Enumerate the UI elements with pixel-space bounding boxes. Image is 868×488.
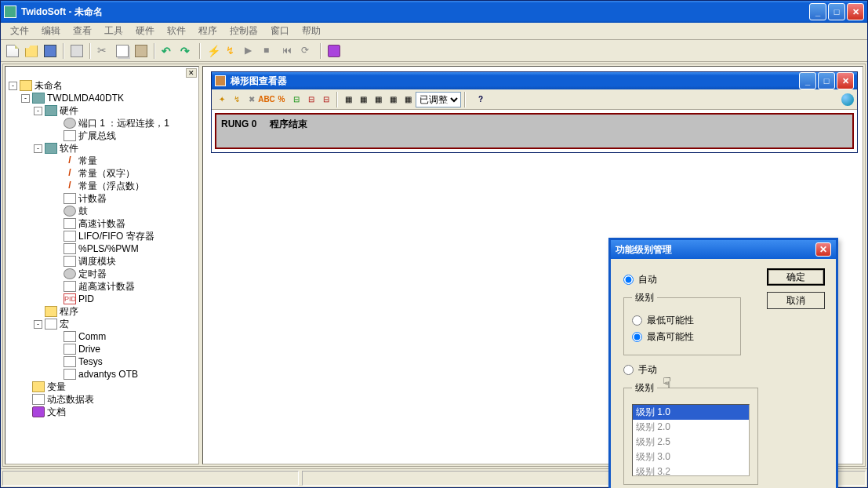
ladder-tool-icon[interactable]: ▦ [371, 93, 385, 107]
menu-edit[interactable]: 编辑 [35, 23, 67, 39]
expander-icon[interactable]: - [21, 94, 30, 103]
tree-sw-item[interactable]: PIDPID [9, 293, 195, 305]
tree-sw-item[interactable]: /常量 [9, 155, 195, 167]
tree-software[interactable]: -软件 [9, 142, 195, 155]
menu-software[interactable]: 软件 [161, 23, 192, 39]
menu-controller[interactable]: 控制器 [223, 23, 264, 39]
ladder-tool-icon[interactable]: ↯ [230, 93, 244, 107]
macro-item-icon [64, 356, 76, 367]
tree-sw-item[interactable]: 超高速计数器 [9, 280, 195, 293]
list-item[interactable]: 级别 1.0 [633, 405, 749, 420]
menu-hardware[interactable]: 硬件 [129, 23, 161, 39]
cancel-button[interactable]: 取消 [767, 292, 825, 309]
macro-icon [45, 319, 57, 330]
redo-icon[interactable]: ↷ [178, 42, 195, 60]
radio-min-input[interactable] [632, 315, 642, 326]
radio-manual[interactable]: 手动 [623, 363, 826, 377]
help-book-icon[interactable] [325, 42, 343, 60]
open-icon[interactable] [23, 42, 40, 60]
connect-icon[interactable]: ⚡ [205, 42, 222, 60]
menu-view[interactable]: 查看 [67, 23, 98, 39]
tree-sw-item[interactable]: 定时器 [9, 268, 195, 280]
close-button[interactable]: ✕ [847, 3, 864, 20]
inner-close-button[interactable]: ✕ [837, 72, 854, 89]
ladder-tool-icon[interactable]: ▦ [341, 93, 355, 107]
list-item[interactable]: 级别 2.0 [633, 420, 749, 435]
menu-file[interactable]: 文件 [4, 23, 35, 39]
ladder-tool-icon[interactable]: ▦ [356, 93, 370, 107]
run-icon[interactable]: ▶ [242, 42, 260, 60]
paste-icon[interactable] [133, 42, 150, 60]
rewind-icon[interactable]: ⏮ [280, 42, 297, 60]
ladder-tool-icon[interactable]: ▦ [401, 93, 415, 107]
ladder-tool-icon[interactable]: ✖ [245, 93, 259, 107]
new-icon[interactable] [4, 42, 21, 60]
ladder-tool-icon[interactable]: ⊟ [319, 93, 333, 107]
tree-sw-item[interactable]: /常量（浮点数） [9, 180, 195, 192]
menu-program[interactable]: 程序 [192, 23, 223, 39]
tree-macro[interactable]: -宏 [9, 318, 195, 330]
radio-manual-input[interactable] [623, 365, 634, 375]
tree-vars[interactable]: 变量 [9, 381, 195, 393]
save-icon[interactable] [42, 42, 59, 60]
undo-icon[interactable]: ↶ [159, 42, 176, 60]
ladder-help-icon[interactable]: ? [474, 93, 488, 107]
expander-icon[interactable]: - [9, 82, 17, 90]
tree-hw-item[interactable]: 端口 1 ：远程连接，1 [9, 117, 195, 129]
tree-sw-item[interactable]: 计数器 [9, 192, 195, 205]
tree-hardware[interactable]: -硬件 [9, 104, 195, 117]
ladder-tool-icon[interactable]: ⊟ [289, 93, 303, 107]
list-item[interactable]: 级别 2.5 [633, 435, 749, 450]
minimize-button[interactable]: _ [809, 3, 826, 20]
radio-max-input[interactable] [632, 332, 642, 342]
menu-help[interactable]: 帮助 [296, 23, 327, 39]
ladder-tool-icon[interactable]: ▦ [386, 93, 400, 107]
tree-dyndata[interactable]: 动态数据表 [9, 393, 195, 406]
cycle-icon[interactable]: ⟳ [299, 42, 316, 60]
expander-icon[interactable]: - [34, 144, 42, 153]
tree-sw-item[interactable]: /常量（双字） [9, 167, 195, 180]
tree-macro-item[interactable]: Comm [9, 330, 195, 343]
ladder-tool-icon[interactable]: % [274, 93, 289, 107]
dialog-close-button[interactable]: ✕ [815, 242, 831, 257]
tree-docs[interactable]: 文档 [9, 406, 195, 418]
tree-device[interactable]: -TWDLMDA40DTK [9, 92, 195, 104]
menu-tools[interactable]: 工具 [98, 23, 129, 39]
stop-icon[interactable]: ■ [261, 42, 278, 60]
list-item[interactable]: 级别 3.0 [633, 450, 749, 464]
transfer-icon[interactable]: ↯ [223, 42, 241, 60]
tree-macro-item[interactable]: Tesys [9, 355, 195, 368]
ladder-tool-icon[interactable]: ⊟ [304, 93, 318, 107]
tree-sw-item[interactable]: %PLS/%PWM [9, 242, 195, 255]
tree-macro-item[interactable]: advantys OTB [9, 368, 195, 381]
tree-sw-item[interactable]: 调度模块 [9, 255, 195, 268]
menu-window[interactable]: 窗口 [264, 23, 296, 39]
inner-maximize-button[interactable]: □ [818, 72, 835, 89]
print-icon[interactable] [68, 42, 85, 60]
tree-hw-item[interactable]: 扩展总线 [9, 129, 195, 142]
maximize-button[interactable]: □ [828, 3, 845, 20]
rung-area[interactable]: RUNG 0 程序结束 [215, 113, 854, 149]
inner-minimize-button[interactable]: _ [799, 72, 816, 89]
ok-button[interactable]: 确定 [767, 268, 825, 286]
cut-icon[interactable]: ✂ [95, 42, 112, 60]
list-item[interactable]: 级别 3.2 [633, 464, 749, 476]
tree-sw-item[interactable]: 鼓 [9, 205, 195, 217]
radio-max[interactable]: 最高可能性 [632, 330, 732, 344]
group-label: 级别 [632, 381, 657, 395]
expander-icon[interactable]: - [34, 320, 42, 329]
ladder-tool-icon[interactable]: ABC [260, 93, 274, 107]
copy-icon[interactable] [114, 42, 131, 60]
radio-min[interactable]: 最低可能性 [632, 314, 732, 327]
level-listbox[interactable]: 级别 1.0 级别 2.0 级别 2.5 级别 3.0 级别 3.2 级别 3.… [632, 404, 750, 476]
panel-close-icon[interactable]: ✕ [186, 68, 197, 78]
tree-root[interactable]: -未命名 [9, 79, 195, 92]
ladder-zoom-select[interactable]: 已调整 [416, 92, 461, 107]
radio-auto-input[interactable] [623, 275, 634, 285]
expander-icon[interactable]: - [34, 107, 42, 115]
tree-sw-item[interactable]: 高速计数器 [9, 217, 195, 230]
ladder-tool-icon[interactable]: ✦ [215, 93, 229, 107]
tree-macro-item[interactable]: Drive [9, 343, 195, 355]
tree-program[interactable]: 程序 [9, 305, 195, 318]
tree-sw-item[interactable]: LIFO/FIFO 寄存器 [9, 230, 195, 242]
